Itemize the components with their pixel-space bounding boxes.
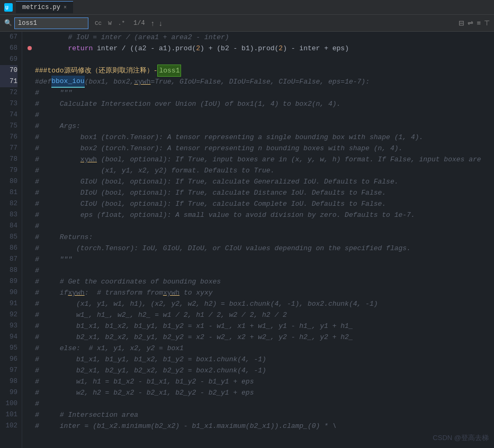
search-counter: 1/4 xyxy=(133,20,145,27)
code-line-81: # DIoU (bool, optional): If True, calcul… xyxy=(28,187,494,198)
search-next-button[interactable]: ↓ xyxy=(157,19,164,28)
line-num-77: 77 xyxy=(0,143,17,154)
line-num-86: 86 xyxy=(0,243,17,254)
line-num-101: 101 xyxy=(0,409,17,420)
code-line-68: return inter / ((a2 - a1).prod( 2 ) + (b… xyxy=(28,43,494,54)
code-line-98: # w1, h1 = b1_x2 - b1_x1, b1_y2 - b1_y1 … xyxy=(28,376,494,387)
line-num-69: 69 xyxy=(0,54,17,65)
code-line-72: # """ xyxy=(28,87,494,98)
code-line-89: # # Get the coordinates of bounding boxe… xyxy=(28,276,494,287)
case-sensitive-button[interactable]: Cc xyxy=(93,19,104,28)
line-num-84: 84 xyxy=(0,221,17,232)
line-num-100: 100 xyxy=(0,398,17,409)
line-num-68: 68 xyxy=(0,43,17,54)
line-num-87: 87 xyxy=(0,254,17,265)
code-line-69 xyxy=(28,54,494,65)
code-line-70: ### todo 源码修改（还原则取消注释）- loss1 xyxy=(28,65,494,76)
line-num-81: 81 xyxy=(0,187,17,198)
code-line-74: # xyxy=(28,109,494,121)
line-num-95: 95 xyxy=(0,343,17,354)
code-line-95: # else: # x1, y1, x2, y2 = box1 xyxy=(28,343,494,354)
search-actions: Cc W .* xyxy=(93,19,127,28)
line-num-93: 93 xyxy=(0,321,17,332)
line-num-92: 92 xyxy=(0,309,17,321)
search-prev-button[interactable]: ↑ xyxy=(149,19,156,28)
line-num-98: 98 xyxy=(0,376,17,387)
line-num-83: 83 xyxy=(0,209,17,221)
select-all-button[interactable]: ≡ xyxy=(477,19,481,27)
code-line-84: # xyxy=(28,221,494,232)
line-num-73: 73 xyxy=(0,98,17,109)
line-num-94: 94 xyxy=(0,332,17,343)
line-num-88: 88 xyxy=(0,265,17,276)
code-line-78: # xywh (bool, optional): If True, input … xyxy=(28,154,494,165)
tab-close-icon[interactable]: × xyxy=(64,5,67,11)
code-line-96: # b1_x1, b1_y1, b1_x2, b1_y2 = box1.chun… xyxy=(28,354,494,365)
search-icon: 🔍 xyxy=(4,19,12,27)
line-number-gutter: 67 68 69 70 71 72 73 74 75 76 77 78 79 8… xyxy=(0,32,22,448)
filter-button[interactable]: ⊤ xyxy=(484,19,490,27)
line-num-82: 82 xyxy=(0,198,17,209)
code-line-76: # box1 (torch.Tensor): A tensor represen… xyxy=(28,132,494,143)
title-bar: U metrics.py × xyxy=(0,0,494,15)
line-num-72: 72 xyxy=(0,87,17,98)
code-line-67: # IoU = inter / (area1 + area2 - inter) xyxy=(28,32,494,43)
code-line-73: # Calculate Intersection over Union (IoU… xyxy=(28,98,494,109)
app-logo: U xyxy=(4,3,13,12)
line-num-90: 90 xyxy=(0,287,17,298)
code-line-97: # b2_x1, b2_y1, b2_x2, b2_y2 = box2.chun… xyxy=(28,365,494,376)
line-num-74: 74 xyxy=(0,109,17,121)
line-num-89: 89 xyxy=(0,276,17,287)
line-num-71: 71 xyxy=(0,76,17,87)
code-line-82: # CIoU (bool, optional): If True, calcul… xyxy=(28,198,494,209)
line-num-76: 76 xyxy=(0,132,17,143)
code-line-94: # b2_x1, b2_x2, b2_y1, b2_y2 = x2 - w2_,… xyxy=(28,332,494,343)
line-num-91: 91 xyxy=(0,298,17,309)
line-num-78: 78 xyxy=(0,154,17,165)
breakpoint-68[interactable] xyxy=(28,46,32,50)
line-num-67: 67 xyxy=(0,32,17,43)
tab-label: metrics.py xyxy=(22,4,60,11)
line-num-85: 85 xyxy=(0,232,17,243)
replace-button[interactable]: ⇌ xyxy=(468,19,473,27)
code-line-71: # def bbox_iou (box1, box2, xywh =True, … xyxy=(28,76,494,87)
code-line-102: # inter = (b1_x2.minimum(b2_x2) - b1_x1.… xyxy=(28,420,494,432)
bp-area-68 xyxy=(28,43,35,54)
code-line-87: # """ xyxy=(28,254,494,265)
line-num-102: 102 xyxy=(0,420,17,432)
regex-button[interactable]: .* xyxy=(116,19,127,28)
code-line-93: # b1_x1, b1_x2, b1_y1, b1_y2 = x1 - w1_,… xyxy=(28,321,494,332)
code-line-88: # xyxy=(28,265,494,276)
active-tab[interactable]: metrics.py × xyxy=(16,1,73,13)
line-num-75: 75 xyxy=(0,121,17,132)
code-line-83: # eps (float, optional): A small value t… xyxy=(28,209,494,221)
code-line-77: # box2 (torch.Tensor): A tensor represen… xyxy=(28,143,494,154)
toggle-search-button[interactable]: ⊟ xyxy=(459,19,464,27)
search-right-icons: ⊟ ⇌ ≡ ⊤ xyxy=(459,19,490,27)
svg-text:U: U xyxy=(5,5,8,11)
code-line-79: # (x1, y1, x2, y2) format. Defaults to T… xyxy=(28,165,494,176)
line-num-96: 96 xyxy=(0,354,17,365)
code-content[interactable]: # IoU = inter / (area1 + area2 - inter) … xyxy=(22,32,494,448)
code-area: 67 68 69 70 71 72 73 74 75 76 77 78 79 8… xyxy=(0,32,494,448)
line-num-97: 97 xyxy=(0,365,17,376)
search-navigation: ↑ ↓ xyxy=(149,19,164,28)
code-line-86: # (torch.Tensor): IoU, GIoU, DIoU, or CI… xyxy=(28,243,494,254)
line-num-79: 79 xyxy=(0,165,17,176)
code-line-99: # w2, h2 = b2_x2 - b2_x1, b2_y2 - b2_y1 … xyxy=(28,387,494,398)
line-num-99: 99 xyxy=(0,387,17,398)
code-line-91: # (x1, y1, w1, h1), (x2, y2, w2, h2) = b… xyxy=(28,298,494,309)
code-line-75: # Args: xyxy=(28,121,494,132)
code-line-92: # w1_, h1_, w2_, h2_ = w1 / 2, h1 / 2, w… xyxy=(28,309,494,321)
code-line-100: # xyxy=(28,398,494,409)
code-line-80: # GIoU (bool, optional): If True, calcul… xyxy=(28,176,494,187)
code-line-85: # Returns: xyxy=(28,232,494,243)
search-bar: 🔍 Cc W .* 1/4 ↑ ↓ ⊟ ⇌ ≡ ⊤ xyxy=(0,15,494,32)
search-input[interactable] xyxy=(14,17,88,29)
code-line-90: # if xywh : # transform from xywh to xyx… xyxy=(28,287,494,298)
whole-word-button[interactable]: W xyxy=(106,19,114,28)
line-num-70: 70 xyxy=(0,65,17,76)
line-num-80: 80 xyxy=(0,176,17,187)
code-line-101: # # Intersection area xyxy=(28,409,494,420)
loss1-highlight: loss1 xyxy=(157,65,181,77)
